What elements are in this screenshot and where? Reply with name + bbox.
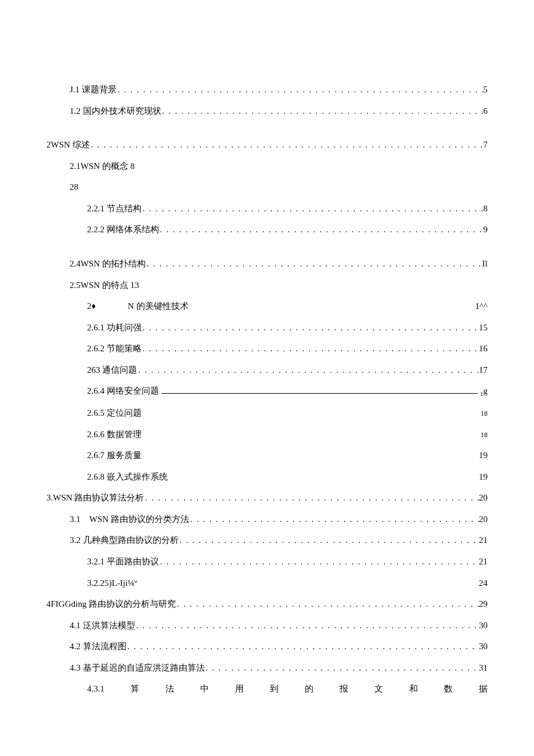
toc-entry: 2.6.2 节能策略16: [46, 340, 488, 357]
toc-label: J.1 课题背景: [70, 81, 117, 98]
toc-label: 2.6.5 定位问题: [87, 405, 142, 422]
toc-label: 263 通信问题: [87, 362, 137, 379]
toc-label: 2♦: [87, 298, 128, 315]
toc-page: 16: [479, 340, 488, 357]
toc-page: 18: [481, 407, 488, 420]
toc-entry: 3.2.25)L-Iji⅛ᵛ24: [46, 575, 488, 592]
toc-leader: [176, 597, 479, 613]
toc-leader: [205, 661, 479, 676]
toc-char: 中: [200, 681, 209, 697]
toc-leader: [179, 533, 479, 549]
toc-label: 3.2.25)L-Iji⅛ᵛ: [87, 575, 138, 592]
toc-page: 20: [479, 511, 488, 528]
toc-entry: 4FIGGding 路由协议的分析与研究29: [46, 596, 488, 613]
toc-entry: 2.6.4 网络安全问题1g: [46, 383, 488, 400]
toc-leader: [142, 201, 484, 217]
toc-leader: [159, 222, 484, 238]
toc-page: 17: [479, 362, 488, 379]
toc-label: 2.1WSN 的概念 8: [70, 158, 135, 175]
toc-entry: 3.2 几种典型路由协议的分析21: [46, 532, 488, 549]
toc-leader: [127, 639, 479, 655]
toc-char: 数: [444, 681, 453, 697]
toc-label: 2WSN 综述: [46, 136, 90, 153]
toc-page: 31: [479, 660, 488, 676]
toc-entry: 3.2.1 平面路由协议21: [46, 553, 488, 570]
toc-page: 5: [484, 81, 488, 98]
toc-entry: 3.WSN 路由协议算法分析20: [46, 489, 488, 506]
toc-page: 1g: [480, 383, 488, 400]
toc-char: 到: [270, 681, 279, 697]
toc-leader: [135, 618, 479, 634]
toc-page: 30: [479, 617, 488, 634]
toc-page: 6: [484, 103, 488, 120]
toc-label: 2.2.1 节点结构: [87, 200, 142, 217]
toc-label: 2.6.1 功耗问强: [87, 319, 142, 336]
toc-label: 2.6.6 数据管理: [87, 426, 142, 443]
toc-char: 法: [165, 681, 174, 697]
toc-label: 2.5WSN 的特点 13: [70, 277, 139, 294]
toc-entry: 2.6.7 服务质量19: [46, 447, 488, 464]
toc-leader: [137, 363, 479, 379]
toc-label: 28: [70, 179, 78, 196]
toc-leader: [144, 491, 479, 506]
toc-entry: 2.6.8 嵌入式操作系统19: [46, 469, 488, 485]
toc-label: 3.WSN 路由协议算法分析: [46, 489, 144, 506]
toc-leader-underline: [161, 393, 478, 394]
toc-char: 4.3.1: [87, 681, 104, 697]
toc-gap: [46, 124, 488, 136]
toc-entry: 1.2 国内外技术研究现状6: [46, 103, 488, 120]
toc-page: 30: [479, 638, 488, 655]
toc-entry: 4.2 算法流程图30: [46, 638, 488, 655]
toc-leader: [90, 138, 484, 153]
toc-entry: 2.2.1 节点结构8: [46, 200, 488, 217]
toc-entry: 2.1WSN 的概念 8: [46, 158, 488, 175]
toc-entry: 2.6.5 定位问题18: [46, 405, 488, 422]
toc-label: 2.6.8 嵌入式操作系统: [87, 469, 168, 485]
toc-leader: [189, 512, 479, 528]
toc-page: 8: [484, 200, 488, 217]
toc-leader: [117, 82, 484, 98]
toc-label: 2.6.7 服务质量: [87, 447, 142, 464]
toc-label: 2.4WSN 的拓扑结构: [70, 255, 146, 272]
toc-entry: 2.4WSN 的拓扑结构Il: [46, 255, 488, 272]
toc-label: N 的美键性技术: [128, 298, 189, 315]
toc-char: 算: [131, 681, 139, 697]
toc-leader: [159, 555, 479, 570]
toc-page: 18: [481, 429, 488, 442]
toc-char: 用: [235, 681, 244, 697]
toc-page: 21: [479, 532, 488, 549]
toc-leader: [161, 104, 484, 120]
toc-label: 4.2 算法流程图: [70, 638, 127, 655]
toc-entry: 2.5WSN 的特点 13: [46, 277, 488, 294]
toc-label: 4.3 基于延迟的自适应洪泛路由算法: [70, 660, 205, 676]
toc-entry: J.1 课题背景5: [46, 81, 488, 98]
toc-char: 文: [374, 681, 383, 697]
toc-label: 2.6.2 节能策略: [87, 340, 142, 357]
toc-label: 2.6.4 网络安全问题: [87, 383, 159, 399]
toc-entry: 4.3 基于延迟的自适应洪泛路由算法31: [46, 660, 488, 676]
toc-entry: 3.1 WSN 路由协议的分类方法20: [46, 511, 488, 528]
toc-char: 和: [409, 681, 418, 697]
toc-gap: [46, 243, 488, 255]
toc-label: 4.1 泛洪算法模型: [70, 617, 135, 634]
toc-entry: 28: [46, 179, 488, 196]
toc-leader: [146, 257, 482, 272]
toc-char: 据: [479, 681, 488, 697]
toc-label: 4FIGGding 路由协议的分析与研究: [46, 596, 176, 613]
toc-entry: 2♦N 的美键性技术1^^: [46, 298, 488, 315]
toc-label: 3.2.1 平面路由协议: [87, 553, 159, 570]
toc-page: 7: [484, 136, 488, 153]
toc-entry: 2WSN 综述7: [46, 136, 488, 153]
toc-page: 15: [479, 319, 488, 336]
toc-entry: 2.6.6 数据管理18: [46, 426, 488, 443]
toc-page: 19: [479, 469, 488, 485]
toc-label: 2.2.2 网络体系结构: [87, 221, 159, 238]
toc-label: 3.1 WSN 路由协议的分类方法: [70, 511, 189, 528]
toc-entry: 263 通信问题17: [46, 362, 488, 379]
toc-char: 报: [340, 681, 348, 697]
toc-page: 24: [479, 575, 488, 592]
toc-leader: [142, 321, 479, 336]
toc-page: 20: [479, 489, 488, 506]
toc-char: 的: [305, 681, 313, 697]
toc-leader: [142, 341, 479, 357]
